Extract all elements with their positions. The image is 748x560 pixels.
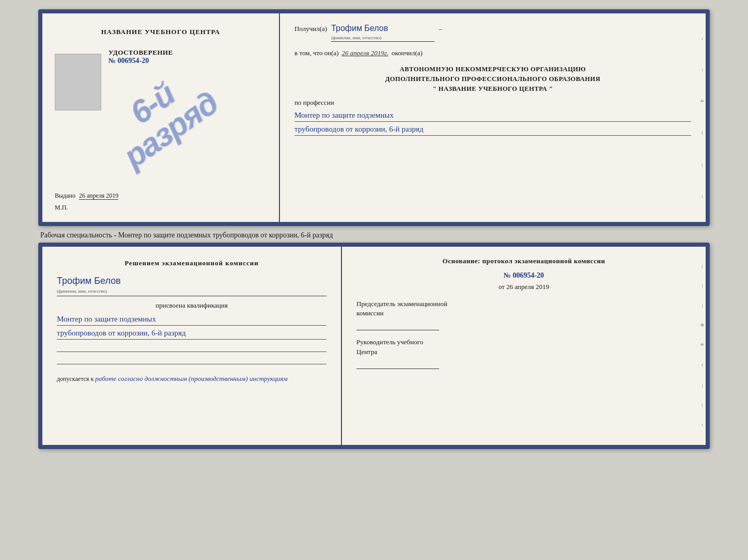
proto-number: № 006954-20 xyxy=(356,271,691,280)
qual-profession: Монтер по защите подземных трубопроводов… xyxy=(57,313,326,340)
vtom-row: в том, что он(а) 26 апреля 2019г. окончи… xyxy=(294,49,691,57)
qual-right-panel: Основание: протокол экзаменационной коми… xyxy=(342,247,706,445)
blank-line-1 xyxy=(57,343,326,352)
proto-date: от 26 апреля 2019 xyxy=(356,283,691,291)
fio-field: Трофим Белов (фамилия, имя, отчество) xyxy=(331,24,434,42)
vydano-row: Выдано 26 апреля 2019 xyxy=(55,192,267,200)
cert-left-panel: НАЗВАНИЕ УЧЕБНОГО ЦЕНТРА 6-й разряд УДОС… xyxy=(42,13,280,222)
prisvoena-label: присвоена квалификация xyxy=(57,301,326,310)
photo-placeholder xyxy=(55,54,101,110)
qualification-document: Решением экзаменационной комиссии Трофим… xyxy=(38,243,710,449)
po-professii: по профессии xyxy=(294,99,691,107)
right-edge-chars-qual: – – – и а ← – – – xyxy=(696,247,706,445)
udost-number: № 006954-20 xyxy=(108,57,173,65)
blank-line-2 xyxy=(57,355,326,364)
osnov-title: Основание: протокол экзаменационной коми… xyxy=(356,257,691,265)
udost-block: УДОСТОВЕРЕНИЕ № 006954-20 xyxy=(108,49,173,65)
profession-field: Монтер по защите подземных трубопроводов… xyxy=(294,109,691,136)
rukovoditel-block: Руководитель учебного Центра xyxy=(356,338,691,369)
cert-right-panel: Получил(а) Трофим Белов (фамилия, имя, о… xyxy=(280,13,706,222)
dopuskaetsya-block: допускается к работе согласно должностны… xyxy=(57,375,326,383)
date-field: 26 апреля 2019г. xyxy=(342,49,388,57)
cert-title: НАЗВАНИЕ УЧЕБНОГО ЦЕНТРА xyxy=(101,28,221,36)
qual-fio-field: Трофим Белов (фамилия, имя, отчество) xyxy=(57,276,326,296)
resheniem-title: Решением экзаменационной комиссии xyxy=(57,259,326,267)
info-text: Рабочая специальность - Монтер по защите… xyxy=(38,226,710,243)
rukovoditel-signature-line xyxy=(356,359,439,369)
predsedatel-label: Председатель экзаменационной комиссии xyxy=(356,299,691,318)
udost-title: УДОСТОВЕРЕНИЕ xyxy=(108,49,173,57)
mp-label: М.П. xyxy=(55,204,267,212)
org-block: АВТОНОМНУЮ НЕКОММЕРЧЕСКУЮ ОРГАНИЗАЦИЮ ДО… xyxy=(294,65,691,93)
rukovoditel-label: Руководитель учебного Центра xyxy=(356,338,691,356)
right-side-chars: – – а ← – – xyxy=(695,13,706,222)
predsedatel-signature-line xyxy=(356,320,439,330)
left-bottom: Выдано 26 апреля 2019 М.П. xyxy=(55,186,267,212)
certificate-document: НАЗВАНИЕ УЧЕБНОГО ЦЕНТРА 6-й разряд УДОС… xyxy=(38,9,710,226)
predsedatel-block: Председатель экзаменационной комиссии xyxy=(356,299,691,330)
qual-left-panel: Решением экзаменационной комиссии Трофим… xyxy=(42,247,342,445)
poluchil-row: Получил(а) Трофим Белов (фамилия, имя, о… xyxy=(294,24,691,42)
